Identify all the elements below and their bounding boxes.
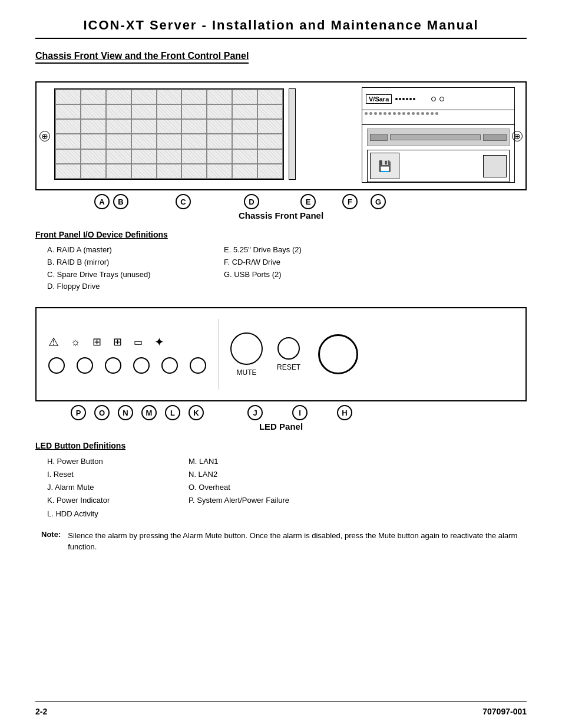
led-left-labels: P O N M L K bbox=[71, 405, 204, 420]
led-labels-row: P O N M L K J I H bbox=[35, 405, 527, 420]
visara-logo: V/Sara bbox=[366, 94, 392, 104]
note-section: Note: Silence the alarm by pressing the … bbox=[35, 530, 527, 553]
btn-m[interactable] bbox=[133, 357, 150, 374]
f-label: F bbox=[342, 194, 358, 209]
screw-left: ⊕ bbox=[39, 131, 50, 141]
right-panel: V/Sara bbox=[362, 87, 515, 183]
led-definitions: H. Power Button I. Reset J. Alarm Mute K… bbox=[35, 455, 527, 520]
floppy-icon: 💾 bbox=[370, 153, 399, 179]
front-panel-definitions: A. RAID A (master) B. RAID B (mirror) C.… bbox=[35, 244, 527, 293]
cd-area bbox=[483, 155, 507, 177]
btn-n[interactable] bbox=[105, 357, 121, 374]
def-item-b: B. RAID B (mirror) bbox=[47, 256, 212, 269]
label-a: A bbox=[94, 194, 110, 209]
reset-label: RESET bbox=[277, 363, 300, 371]
front-panel-def-title: Front Panel I/O Device Definitions bbox=[35, 230, 527, 239]
led-def-h: H. Power Button bbox=[47, 455, 177, 468]
chassis-front-caption: Chassis Front Panel bbox=[35, 210, 527, 220]
def-item-c: C. Spare Drive Trays (unused) bbox=[47, 269, 212, 281]
def-item-g: G. USB Ports (2) bbox=[224, 269, 527, 281]
led-def-k: K. Power Indicator bbox=[47, 494, 177, 507]
led-label-i: I bbox=[292, 405, 308, 420]
led-label-n: N bbox=[118, 405, 133, 420]
dots-row bbox=[362, 110, 514, 125]
led-panel-caption: LED Panel bbox=[35, 421, 527, 431]
sun-bright-icon: ✦ bbox=[154, 335, 164, 349]
led-def-left-col: H. Power Button I. Reset J. Alarm Mute K… bbox=[47, 455, 177, 520]
drive-bays bbox=[54, 88, 284, 180]
led-def-l: L. HDD Activity bbox=[47, 508, 177, 521]
chassis-diagram: ⊕ ⊕ bbox=[35, 81, 527, 190]
drive-bay-grid bbox=[55, 89, 283, 179]
led-label-m: M bbox=[141, 405, 157, 420]
d-label: D bbox=[244, 194, 259, 209]
mute-button[interactable] bbox=[230, 332, 263, 365]
mute-section: MUTE bbox=[230, 332, 263, 377]
led-dot-grid bbox=[395, 98, 428, 100]
page-title: ICON-XT Server - Installation and Mainte… bbox=[35, 18, 527, 33]
floppy-cd-area: 💾 bbox=[367, 150, 510, 182]
def-item-a: A. RAID A (master) bbox=[47, 244, 212, 256]
led-label-h-wrap: H bbox=[337, 405, 352, 420]
doc-icon: ▭ bbox=[134, 337, 143, 348]
page-header: ICON-XT Server - Installation and Mainte… bbox=[35, 18, 527, 39]
reset-button[interactable] bbox=[277, 337, 300, 360]
led-def-right-col: M. LAN1 N. LAN2 O. Overheat P. System Al… bbox=[189, 455, 527, 520]
led-panel-diagram: ⚠ ☼ ⊞ ⊞ ▭ ✦ MUTE bbox=[35, 307, 527, 401]
def-item-d: D. Floppy Drive bbox=[47, 281, 212, 293]
ab-labels: A B bbox=[94, 194, 128, 209]
led-label-j-wrap: J bbox=[247, 405, 263, 420]
led-def-p: P. System Alert/Power Failure bbox=[189, 494, 527, 507]
warning-icon: ⚠ bbox=[48, 335, 59, 349]
btn-p[interactable] bbox=[48, 357, 65, 374]
led-label-k: K bbox=[189, 405, 204, 420]
led-buttons-row bbox=[48, 357, 206, 374]
label-b: B bbox=[113, 194, 128, 209]
led-def-n: N. LAN2 bbox=[189, 468, 527, 481]
led-label-o: O bbox=[94, 405, 110, 420]
btn-o[interactable] bbox=[77, 357, 93, 374]
def-item-f: F. CD-R/W Drive bbox=[224, 256, 527, 269]
page: ICON-XT Server - Installation and Mainte… bbox=[0, 0, 562, 728]
e-label: E bbox=[300, 194, 316, 209]
network-icon-2: ⊞ bbox=[113, 335, 122, 348]
led-icons-row: ⚠ ☼ ⊞ ⊞ ▭ ✦ bbox=[48, 335, 206, 349]
chassis-labels-row: A B C D E F G bbox=[35, 194, 527, 209]
led-def-o: O. Overheat bbox=[189, 481, 527, 494]
c-label: C bbox=[176, 194, 191, 209]
doc-number: 707097-001 bbox=[482, 707, 527, 716]
mute-label: MUTE bbox=[237, 368, 257, 377]
led-def-m: M. LAN1 bbox=[189, 455, 527, 468]
power-section bbox=[318, 334, 358, 374]
page-footer: 2-2 707097-001 bbox=[35, 701, 527, 716]
section-title: Chassis Front View and the Front Control… bbox=[35, 51, 249, 64]
def-item-e: E. 5.25" Drive Bays (2) bbox=[224, 244, 527, 256]
reset-section: RESET bbox=[277, 337, 300, 371]
g-label: G bbox=[371, 194, 386, 209]
def-left-col: A. RAID A (master) B. RAID B (mirror) C.… bbox=[47, 244, 212, 293]
network-icon-1: ⊞ bbox=[92, 335, 101, 348]
led-label-i-wrap: I bbox=[292, 405, 308, 420]
note-text: Silence the alarm by pressing the Alarm … bbox=[68, 530, 521, 553]
led-label-j: J bbox=[247, 405, 263, 420]
sun-small-icon: ☼ bbox=[71, 336, 81, 348]
led-def-title: LED Button Definitions bbox=[35, 441, 527, 450]
drive-unit bbox=[367, 129, 510, 146]
led-left-section: ⚠ ☼ ⊞ ⊞ ▭ ✦ bbox=[48, 335, 206, 374]
led-label-p: P bbox=[71, 405, 86, 420]
note-label: Note: bbox=[41, 530, 61, 553]
page-number: 2-2 bbox=[35, 707, 47, 716]
led-label-h: H bbox=[337, 405, 352, 420]
power-button[interactable] bbox=[318, 334, 358, 374]
led-label-l: L bbox=[165, 405, 180, 420]
led-separator bbox=[218, 319, 219, 390]
led-def-j: J. Alarm Mute bbox=[47, 481, 177, 494]
btn-l[interactable] bbox=[161, 357, 178, 374]
vertical-divider bbox=[289, 88, 296, 180]
led-def-i: I. Reset bbox=[47, 468, 177, 481]
def-right-col: E. 5.25" Drive Bays (2) F. CD-R/W Drive … bbox=[224, 244, 527, 293]
visara-row: V/Sara bbox=[362, 88, 514, 110]
btn-k[interactable] bbox=[190, 357, 206, 374]
